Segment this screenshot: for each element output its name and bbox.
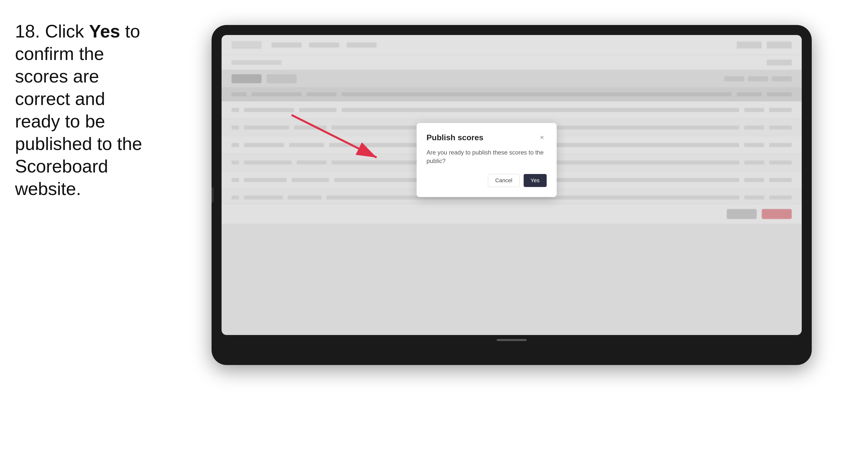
dialog-overlay: Publish scores × Are you ready to publis… (222, 35, 802, 335)
bold-yes: Yes (89, 21, 120, 41)
tablet-device: Publish scores × Are you ready to publis… (212, 25, 812, 365)
dialog-body-text: Are you ready to publish these scores to… (427, 148, 547, 165)
step-number: 18. (15, 21, 40, 41)
dialog-footer: Cancel Yes (427, 174, 547, 187)
text-after-bold: to confirm the scores are correct and re… (15, 21, 142, 199)
tablet-side-button (212, 187, 214, 203)
tablet-home-indicator (497, 339, 527, 341)
tablet-bottom-bar (222, 335, 802, 345)
cancel-button[interactable]: Cancel (488, 174, 519, 187)
instruction-panel: 18. Click Yes to confirm the scores are … (15, 15, 155, 200)
yes-button[interactable]: Yes (524, 174, 547, 187)
text-before-bold: Click (40, 21, 89, 41)
dialog-title: Publish scores (427, 133, 484, 142)
tablet-screen: Publish scores × Are you ready to publis… (222, 35, 802, 335)
close-icon[interactable]: × (538, 133, 547, 142)
dialog-header: Publish scores × (427, 133, 547, 142)
tablet-wrapper: Publish scores × Are you ready to publis… (155, 15, 868, 375)
instruction-text: 18. Click Yes to confirm the scores are … (15, 20, 155, 200)
publish-scores-dialog: Publish scores × Are you ready to publis… (416, 123, 557, 197)
